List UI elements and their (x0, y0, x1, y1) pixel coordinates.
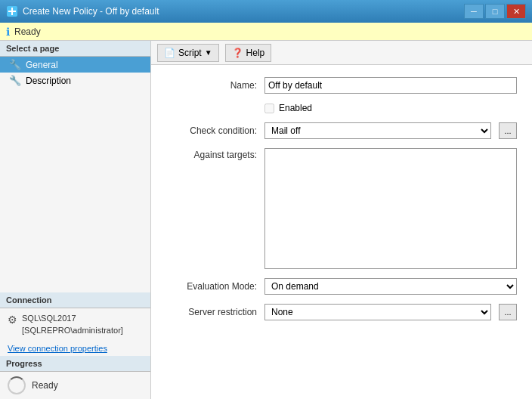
progress-text: Ready (32, 380, 58, 391)
server-restriction-browse-button[interactable]: ... (499, 304, 517, 320)
server-restriction-row: Server restriction None Custom ... (166, 304, 517, 320)
evaluation-mode-row: Evaluation Mode: On demand On schedule O… (166, 278, 517, 295)
description-nav-label: Description (26, 76, 71, 86)
evaluation-mode-label: Evaluation Mode: (166, 281, 257, 292)
name-input[interactable] (264, 77, 517, 94)
server-restriction-label: Server restriction (166, 307, 257, 317)
main-container: Select a page 🔧 General 🔧 Description Co… (0, 41, 532, 399)
left-panel-spacer (0, 88, 150, 292)
left-panel: Select a page 🔧 General 🔧 Description Co… (0, 41, 151, 399)
connection-header: Connection (0, 292, 150, 308)
script-label: Script (178, 48, 202, 58)
title-bar: Create New Policy - Off by default ─ □ ✕ (0, 0, 532, 23)
check-condition-select[interactable]: Mail off Custom None (264, 122, 491, 139)
title-bar-left: Create New Policy - Off by default (6, 5, 159, 17)
progress-section: Progress Ready (0, 356, 150, 399)
enabled-checkbox[interactable] (264, 104, 274, 113)
status-text: Ready (14, 26, 41, 37)
connection-section: Connection ⚙ SQL\SQL2017 [SQLREPRO\admin… (0, 292, 150, 356)
help-button[interactable]: ❓ Help (225, 44, 272, 62)
connection-info: ⚙ SQL\SQL2017 [SQLREPRO\administrator] (0, 308, 150, 341)
app-icon (6, 5, 18, 17)
general-nav-label: General (26, 60, 58, 70)
status-bar: ℹ Ready (0, 23, 532, 41)
against-targets-area: Against targets: (166, 148, 517, 269)
toolbar: 📄 Script ▼ ❓ Help (151, 41, 532, 65)
right-panel: 📄 Script ▼ ❓ Help Name: Enabled (151, 41, 532, 399)
name-label: Name: (166, 80, 257, 91)
window-title: Create New Policy - Off by default (23, 6, 159, 17)
against-targets-container: Against targets: (166, 148, 517, 269)
content-area: Name: Enabled Check condition: Mail off … (151, 65, 532, 399)
check-condition-row: Check condition: Mail off Custom None ..… (166, 122, 517, 139)
connection-details: SQL\SQL2017 [SQLREPRO\administrator] (22, 313, 123, 336)
help-label: Help (246, 48, 265, 58)
connection-server-text: SQL\SQL2017 (22, 313, 123, 324)
wrench-icon: 🔧 (9, 59, 21, 70)
sidebar-item-general[interactable]: 🔧 General (0, 57, 150, 73)
window-controls: ─ □ ✕ (464, 4, 526, 19)
evaluation-mode-select[interactable]: On demand On schedule On change: prevent… (264, 278, 517, 295)
enabled-label: Enabled (279, 103, 312, 113)
connection-user-text: [SQLREPRO\administrator] (22, 325, 123, 336)
progress-spinner (8, 376, 26, 394)
help-icon: ❓ (232, 48, 243, 58)
progress-header: Progress (0, 356, 150, 372)
check-condition-browse-button[interactable]: ... (499, 122, 517, 139)
minimize-button[interactable]: ─ (464, 4, 484, 19)
progress-content: Ready (0, 372, 150, 399)
script-dropdown-arrow: ▼ (205, 48, 212, 57)
script-button[interactable]: 📄 Script ▼ (157, 44, 219, 62)
status-icon: ℹ (6, 26, 10, 38)
wrench-icon-desc: 🔧 (9, 75, 21, 86)
maximize-button[interactable]: □ (485, 4, 505, 19)
connection-server-row: ⚙ SQL\SQL2017 [SQLREPRO\administrator] (8, 313, 143, 336)
close-button[interactable]: ✕ (506, 4, 526, 19)
select-page-header: Select a page (0, 41, 150, 57)
against-targets-label: Against targets: (166, 148, 257, 160)
name-row: Name: (166, 77, 517, 94)
view-connection-link[interactable]: View connection properties (0, 341, 150, 356)
svg-rect-2 (11, 8, 13, 15)
script-icon: 📄 (164, 48, 175, 58)
against-targets-textarea[interactable] (264, 148, 517, 269)
check-condition-label: Check condition: (166, 125, 257, 136)
sidebar-item-description[interactable]: 🔧 Description (0, 73, 150, 88)
enabled-row: Enabled (166, 103, 517, 113)
server-restriction-select[interactable]: None Custom (264, 304, 491, 320)
server-icon: ⚙ (8, 314, 17, 326)
